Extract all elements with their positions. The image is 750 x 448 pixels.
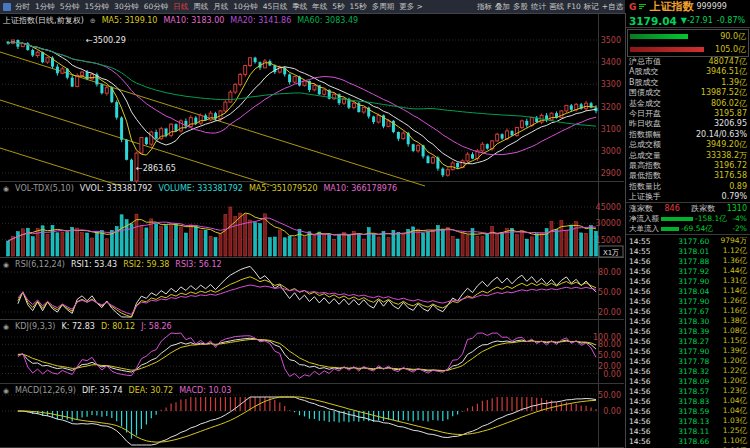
period-item-30分钟[interactable]: 30分钟: [114, 2, 139, 12]
rsi-pane-title-row: ◉ RSI(6,12,24) RSI1: 53.43 RSI2: 59.38 R…: [3, 259, 222, 270]
period-item-日线[interactable]: 日线: [173, 2, 188, 12]
last-price: 3179.04: [629, 15, 677, 27]
tick-row: 14:563178.091.20亿: [626, 376, 750, 386]
tick-row: 14:563177.921.44亿: [626, 266, 750, 276]
tick-row: 14:563178.831.04亿: [626, 396, 750, 406]
stat-row: 今日开盘3195.87: [626, 109, 750, 119]
main-chart-title-row: 上证指数(日线,前复权) ⊕ MA5: 3199.10 MA10: 3183.0…: [3, 15, 358, 26]
app-icon[interactable]: [3, 3, 11, 11]
svg-text:80.00: 80.00: [598, 268, 621, 277]
level2-badge[interactable]: G: [629, 2, 636, 12]
vol-settings-icon[interactable]: ◉: [3, 185, 9, 193]
sell-volume-bar: [630, 47, 704, 52]
stat-row: 上证换手0.79%: [626, 192, 750, 202]
k-label: K: 72.83: [61, 322, 94, 331]
svg-text:3500: 3500: [601, 36, 621, 45]
symbol-code: 999999: [696, 2, 727, 11]
big-order-inflow-value: -69.54亿: [681, 224, 713, 234]
period-item-月线[interactable]: 月线: [213, 2, 228, 12]
price-row: 3179.04 ▼-27.91 -0.87%: [626, 13, 750, 28]
period-item-1分钟[interactable]: 1分钟: [35, 2, 55, 12]
tick-row: 14:553178.011.12亿: [626, 246, 750, 256]
period-item-60分钟[interactable]: 60分钟: [144, 2, 169, 12]
price-change-pct: -0.87%: [717, 16, 745, 25]
period-item-更多 >[interactable]: 更多 >: [399, 2, 423, 12]
d-label: D: 80.12: [101, 322, 135, 331]
tool-item-多股[interactable]: 多股: [513, 2, 528, 12]
svg-text:2900: 2900: [601, 169, 621, 178]
tick-row: 14:563177.881.36亿: [626, 256, 750, 266]
adv-dec-row: 涨家数 846 跌家数 1310: [626, 202, 750, 214]
svg-text:←3500.29: ←3500.29: [86, 36, 126, 45]
chart-title: 上证指数(日线,前复权): [3, 15, 84, 26]
price-change: ▼-27.91: [681, 16, 713, 25]
stat-row: 指数量比0.89: [626, 182, 750, 192]
tool-item-统计[interactable]: 统计: [531, 2, 546, 12]
symbol-name[interactable]: 上证指数: [649, 0, 693, 14]
sell-volume-row: 105.0亿: [630, 44, 746, 55]
vol-pane-title-row: ◉ VOL-TDX(5,10) VVOL: 333381792 VOLUME: …: [3, 183, 397, 194]
period-menu: 分时1分钟5分钟15分钟30分钟60分钟日线周线月线10分钟45日线季线年线5秒…: [15, 2, 423, 12]
period-item-周线[interactable]: 周线: [193, 2, 208, 12]
rsi3-label: RSI3: 56.12: [175, 260, 221, 269]
top-menu-bar: 分时1分钟5分钟15分钟30分钟60分钟日线周线月线10分钟45日线季线年线5秒…: [0, 0, 625, 14]
vvol-label: VVOL: 333381792: [80, 184, 153, 193]
period-item-季线[interactable]: 季线: [292, 2, 307, 12]
tick-row: 14:563177.781.20亿: [626, 356, 750, 366]
tick-list[interactable]: 14:553177.609794万14:553178.011.12亿14:563…: [626, 234, 750, 448]
tool-item-指标[interactable]: 指标: [477, 2, 492, 12]
bid-ask-box: 90.0亿 105.0亿: [627, 29, 749, 57]
tick-row: 14:563177.901.31亿: [626, 276, 750, 286]
tick-row: 14:563178.391.08亿: [626, 326, 750, 336]
tool-item-标记[interactable]: 标记: [584, 2, 599, 12]
ma5-label: MA5: 3199.10: [102, 16, 158, 25]
period-item-15秒[interactable]: 15秒: [350, 2, 367, 12]
svg-text:0.00: 0.00: [603, 407, 621, 416]
tool-item-+自选[interactable]: +自选: [602, 2, 623, 12]
symbol-header: G 上证指数 999999: [625, 0, 750, 13]
period-item-10分钟[interactable]: 10分钟: [233, 2, 258, 12]
tick-row: 14:563178.271.15亿: [626, 336, 750, 346]
period-item-分时[interactable]: 分时: [15, 2, 30, 12]
stat-row: 总成交额3949.20亿: [626, 140, 750, 150]
tick-row: 14:563178.131.03亿: [626, 416, 750, 426]
tools-menu: 指标叠加多股统计画线F10标记+自选返回: [477, 0, 641, 13]
rsi-settings-icon[interactable]: ◉: [3, 261, 9, 269]
rsi2-label: RSI2: 59.38: [123, 260, 169, 269]
tool-item-画线[interactable]: 画线: [549, 2, 564, 12]
tick-row: 14:563177.671.16亿: [626, 306, 750, 316]
period-item-年线[interactable]: 年线: [312, 2, 327, 12]
vol-ma10-label: MA10: 366178976: [323, 184, 397, 193]
period-item-多周期[interactable]: 多周期: [372, 2, 395, 12]
svg-text:X1万: X1万: [603, 249, 619, 257]
buy-volume-value: 90.0亿: [720, 31, 746, 42]
tick-row: 14:563178.661.10亿: [626, 436, 750, 446]
svg-text:0.00: 0.00: [603, 370, 621, 379]
period-item-5秒[interactable]: 5秒: [332, 2, 344, 12]
big-order-inflow-pct: -2%: [732, 224, 747, 234]
kdj-settings-icon[interactable]: ◉: [3, 323, 9, 331]
macd-settings-icon[interactable]: ◉: [3, 387, 9, 395]
period-item-5分钟[interactable]: 5分钟: [60, 2, 80, 12]
period-item-45日线[interactable]: 45日线: [263, 2, 288, 12]
tool-item-叠加[interactable]: 叠加: [495, 2, 510, 12]
net-inflow-value: -158.1亿: [695, 214, 727, 224]
stat-row: A股成交3946.51亿: [626, 67, 750, 77]
advancers-count: 846: [664, 203, 679, 214]
svg-text:50.00: 50.00: [598, 351, 621, 360]
svg-text:50.00: 50.00: [598, 288, 621, 297]
stat-row: 总成交量33338.2万: [626, 151, 750, 161]
ma60-label: MA60: 3083.49: [297, 16, 358, 25]
period-item-15分钟[interactable]: 15分钟: [85, 2, 110, 12]
chart-area[interactable]: 3500340033003200310030002900←3500.29←286…: [0, 0, 625, 448]
signal-icon: [639, 4, 646, 9]
stat-row: 最低指数3176.58: [626, 171, 750, 181]
dea-label: DEA: 30.72: [129, 386, 174, 395]
settings-icon[interactable]: ⊕: [90, 17, 96, 25]
net-inflow-row: 净流入额 -158.1亿 -4%: [626, 214, 750, 224]
tool-item-F10[interactable]: F10: [567, 2, 581, 11]
svg-text:←2863.65: ←2863.65: [136, 164, 176, 173]
svg-text:3400: 3400: [601, 58, 621, 67]
svg-text:45000: 45000: [596, 203, 621, 212]
stat-row: 沪总市值480747亿: [626, 57, 750, 67]
